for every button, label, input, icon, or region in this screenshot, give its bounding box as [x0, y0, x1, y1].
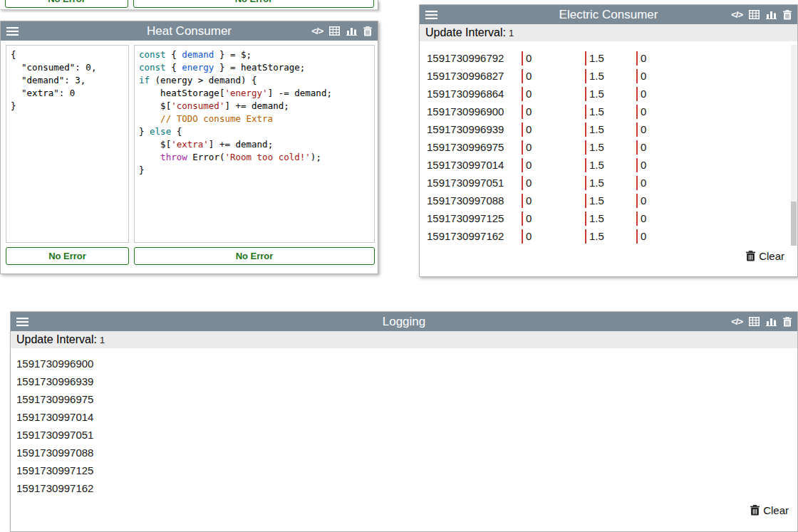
row-value: 0: [636, 158, 679, 172]
table-row: 159173099693901.50: [420, 120, 790, 138]
row-value: 0: [522, 105, 585, 119]
row-value: 0: [522, 122, 585, 137]
update-interval-row: Update Interval:: [11, 331, 797, 348]
trash-icon: [750, 505, 760, 516]
heat-json-editor[interactable]: { "consumed": 0, "demand": 3, "extra": 0…: [6, 45, 129, 243]
row-timestamp: 1591730997014: [420, 159, 522, 171]
row-timestamp: 1591730996900: [420, 105, 522, 118]
update-interval-label: Update Interval:: [16, 333, 97, 346]
row-value: 1.5: [585, 51, 636, 66]
row-timestamp: 1591730996864: [420, 88, 522, 100]
chart-view-icon[interactable]: [766, 317, 777, 326]
table-view-icon[interactable]: [749, 10, 760, 19]
top-cropped-panel: No Error No Error: [0, 0, 378, 10]
panel-header: Logging </>: [11, 312, 797, 331]
trash-icon[interactable]: [783, 10, 792, 20]
table-view-icon[interactable]: [329, 26, 340, 36]
row-value: 1.5: [585, 212, 636, 226]
status-button-no-error[interactable]: No Error: [134, 247, 375, 265]
log-entry: 1591730997162: [11, 479, 790, 497]
table-row: 159173099682701.50: [420, 67, 790, 85]
status-button-no-error[interactable]: No Error: [5, 0, 128, 8]
row-value: 0: [522, 158, 585, 172]
row-value: 0: [636, 229, 679, 244]
table-row: 159173099705101.50: [420, 174, 790, 192]
row-value: 1.5: [585, 87, 636, 101]
code-view-icon[interactable]: </>: [731, 316, 742, 327]
table-row: 159173099697501.50: [420, 138, 790, 156]
log-entry: 1591730996900: [11, 355, 790, 372]
menu-icon[interactable]: [6, 27, 19, 36]
row-value: 0: [522, 229, 585, 244]
log-entry: 1591730997051: [11, 426, 790, 444]
trash-icon[interactable]: [363, 26, 372, 36]
table-row: 159173099708801.50: [420, 192, 790, 209]
row-value: 1.5: [585, 176, 636, 190]
row-timestamp: 1591730997125: [420, 212, 522, 224]
table-row: 159173099712501.50: [420, 209, 790, 227]
table-row: 159173099686401.50: [420, 85, 790, 103]
row-value: 0: [636, 194, 679, 208]
table-row: 159173099701401.50: [420, 156, 790, 174]
panel-header: Heat Consumer </>: [1, 21, 378, 41]
table-row: 159173099679201.50: [420, 49, 790, 67]
row-value: 1.5: [585, 194, 636, 208]
panel-header: Electric Consumer </>: [420, 5, 797, 24]
row-value: 0: [636, 140, 679, 155]
row-value: 1.5: [585, 69, 636, 83]
heat-consumer-panel: Heat Consumer </> { "consumed": 0, "dema…: [0, 21, 378, 274]
clear-button[interactable]: Clear: [746, 250, 784, 262]
menu-icon[interactable]: [425, 11, 437, 19]
status-button-no-error[interactable]: No Error: [6, 247, 129, 265]
heat-code-editor[interactable]: const { demand } = $;const { energy } = …: [134, 45, 375, 243]
row-timestamp: 1591730996939: [420, 123, 522, 135]
row-timestamp: 1591730996827: [420, 70, 522, 82]
chart-view-icon[interactable]: [346, 26, 357, 36]
code-view-icon[interactable]: </>: [311, 26, 323, 36]
row-value: 0: [522, 212, 585, 226]
clear-label: Clear: [759, 250, 784, 262]
row-value: 1.5: [585, 105, 636, 119]
logging-panel: Logging </> Update Interval: 15917309969…: [10, 311, 798, 532]
row-value: 0: [636, 122, 679, 137]
code-view-icon[interactable]: </>: [731, 9, 742, 20]
row-value: 0: [636, 51, 679, 66]
clear-button[interactable]: Clear: [750, 504, 789, 516]
status-button-no-error[interactable]: No Error: [133, 0, 374, 8]
update-interval-label: Update Interval:: [425, 26, 506, 39]
table-row: 159173099690001.50: [420, 103, 790, 120]
chart-view-icon[interactable]: [766, 10, 777, 19]
row-value: 0: [522, 140, 585, 155]
logging-rows: 1591730996900159173099693915917309969751…: [11, 355, 790, 497]
row-timestamp: 1591730997088: [420, 194, 522, 207]
row-value: 0: [522, 176, 585, 190]
trash-icon: [746, 251, 755, 261]
table-row: 159173099716201.50: [420, 227, 790, 245]
scrollbar-thumb[interactable]: [791, 202, 797, 246]
update-interval-input[interactable]: [100, 335, 157, 345]
row-timestamp: 1591730996792: [420, 52, 522, 64]
log-entry: 1591730997125: [11, 461, 790, 479]
row-value: 0: [636, 87, 679, 101]
row-value: 0: [636, 105, 679, 119]
row-value: 1.5: [585, 140, 636, 155]
row-timestamp: 1591730996975: [420, 141, 522, 153]
row-value: 0: [636, 69, 679, 83]
menu-icon[interactable]: [16, 318, 28, 326]
clear-label: Clear: [763, 504, 789, 516]
scrollbar[interactable]: [791, 45, 797, 246]
row-timestamp: 1591730997051: [420, 177, 522, 189]
trash-icon[interactable]: [783, 317, 792, 327]
table-view-icon[interactable]: [749, 317, 760, 326]
row-value: 1.5: [585, 158, 636, 172]
row-value: 0: [636, 212, 679, 226]
log-entry: 1591730997014: [11, 408, 790, 426]
panel-title: Logging: [11, 315, 797, 329]
electric-consumer-rows: 159173099679201.50159173099682701.501591…: [420, 49, 790, 245]
row-timestamp: 1591730997162: [420, 230, 522, 242]
update-interval-input[interactable]: [509, 28, 566, 38]
row-value: 0: [522, 87, 585, 101]
row-value: 1.5: [585, 122, 636, 137]
row-value: 0: [522, 51, 585, 66]
log-entry: 1591730996975: [11, 390, 790, 408]
